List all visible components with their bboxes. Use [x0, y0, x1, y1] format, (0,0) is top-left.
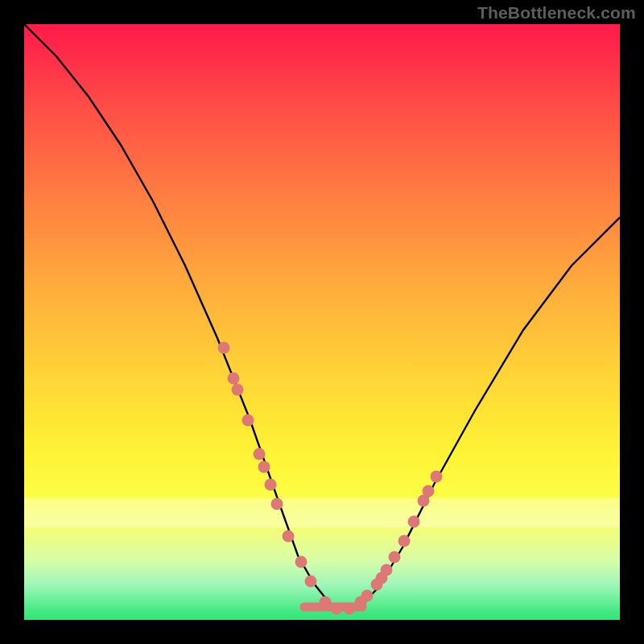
highlight-dot	[271, 498, 283, 510]
highlight-dot	[232, 384, 244, 396]
highlight-dot	[381, 564, 393, 576]
highlight-dot	[408, 516, 420, 528]
chart-svg	[24, 24, 620, 620]
watermark-text: TheBottleneck.com	[477, 3, 636, 23]
plot-area	[24, 24, 620, 620]
highlight-dot	[398, 535, 411, 547]
highlight-dot	[283, 530, 295, 543]
highlight-dot	[218, 342, 230, 354]
highlight-dot	[295, 556, 308, 568]
highlight-dot	[242, 415, 254, 427]
highlight-dots	[218, 342, 443, 615]
bottleneck-curve	[24, 24, 620, 608]
highlight-dot	[423, 485, 435, 497]
highlight-dot	[320, 597, 332, 609]
highlight-dot	[254, 448, 266, 460]
highlight-dot	[258, 461, 270, 473]
highlight-dot	[305, 576, 317, 588]
highlight-dot	[265, 479, 277, 491]
highlight-dot	[228, 373, 240, 385]
highlight-dot	[389, 551, 401, 564]
highlight-dot	[344, 603, 356, 615]
highlight-dot	[361, 590, 374, 602]
outer-frame: TheBottleneck.com	[0, 0, 644, 644]
highlight-dot	[431, 471, 443, 483]
highlight-dot	[331, 603, 343, 615]
